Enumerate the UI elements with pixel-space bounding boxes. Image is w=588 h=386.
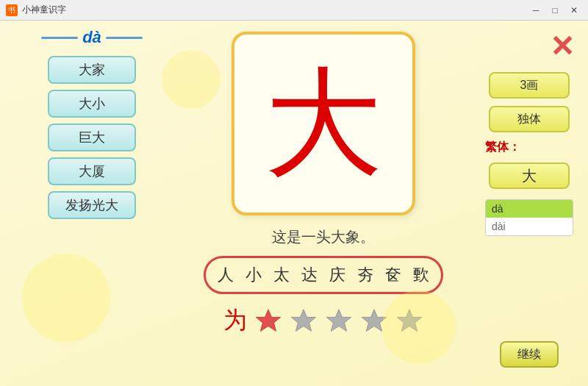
pinyin-item-active[interactable]: dà: [486, 200, 573, 218]
choice-5[interactable]: 夯: [357, 264, 373, 286]
pinyin-header: dà: [41, 28, 143, 47]
minimize-button[interactable]: ─: [528, 4, 544, 17]
close-x-icon: ✕: [550, 30, 575, 62]
choice-6[interactable]: 奁: [385, 264, 401, 286]
star-1: [254, 307, 282, 335]
fanti-label: 繁体：: [485, 140, 520, 155]
deco-circle-3: [382, 290, 456, 364]
main-pinyin: dà: [82, 28, 101, 47]
maximize-button[interactable]: □: [547, 4, 563, 17]
fanti-char: 大: [489, 162, 570, 189]
deco-circle-2: [162, 50, 220, 109]
deco-circle-1: [22, 254, 110, 342]
pinyin-line-left: [41, 37, 78, 39]
choice-0[interactable]: 人: [218, 264, 234, 286]
continue-button[interactable]: 继续: [500, 341, 559, 368]
main-character: 大: [265, 65, 382, 182]
choice-1[interactable]: 小: [245, 264, 262, 286]
choice-2[interactable]: 太: [273, 264, 290, 286]
titlebar-left: 书 小神童识字: [6, 4, 66, 16]
choices-container: 人 小 太 达 庆 夯 奁 歅: [204, 256, 443, 294]
structure-info: 独体: [489, 106, 570, 132]
star-2: [290, 307, 318, 335]
star-3: [325, 307, 353, 335]
app-title: 小神童识字: [22, 4, 66, 16]
word-btn-0[interactable]: 大家: [48, 56, 136, 84]
close-x-button[interactable]: ✕: [544, 28, 581, 65]
word-btn-2[interactable]: 巨大: [48, 124, 136, 151]
example-sentence: 这是一头大象。: [272, 227, 375, 247]
choice-3[interactable]: 达: [301, 264, 318, 286]
svg-marker-1: [291, 310, 315, 332]
word-btn-1[interactable]: 大小: [48, 90, 136, 118]
titlebar: 书 小神童识字 ─ □ ✕: [0, 0, 588, 21]
close-button[interactable]: ✕: [566, 4, 582, 17]
strokes-info: 3画: [489, 72, 570, 99]
main-content: dà 大家 大小 巨大 大厦 发扬光大 大 这是一头大象。 人 小 太 达 庆 …: [0, 21, 588, 386]
word-btn-3[interactable]: 大厦: [48, 157, 136, 185]
character-card: 大: [232, 32, 415, 215]
word-btn-4[interactable]: 发扬光大: [48, 191, 136, 219]
app-icon: 书: [6, 4, 18, 16]
svg-marker-0: [256, 310, 280, 332]
svg-marker-2: [326, 310, 351, 332]
pinyin-item-inactive[interactable]: dài: [486, 218, 573, 235]
window-controls: ─ □ ✕: [528, 4, 582, 17]
choices-oval: 人 小 太 达 庆 夯 奁 歅: [204, 256, 443, 294]
answer-character: 为: [223, 304, 247, 337]
right-panel: ✕ 3画 独体 繁体： 大 dà dài 继续: [470, 21, 588, 386]
choice-7[interactable]: 歅: [413, 264, 429, 286]
choice-4[interactable]: 庆: [329, 264, 345, 286]
pinyin-list: dà dài: [485, 199, 573, 236]
pinyin-line-right: [106, 37, 143, 39]
